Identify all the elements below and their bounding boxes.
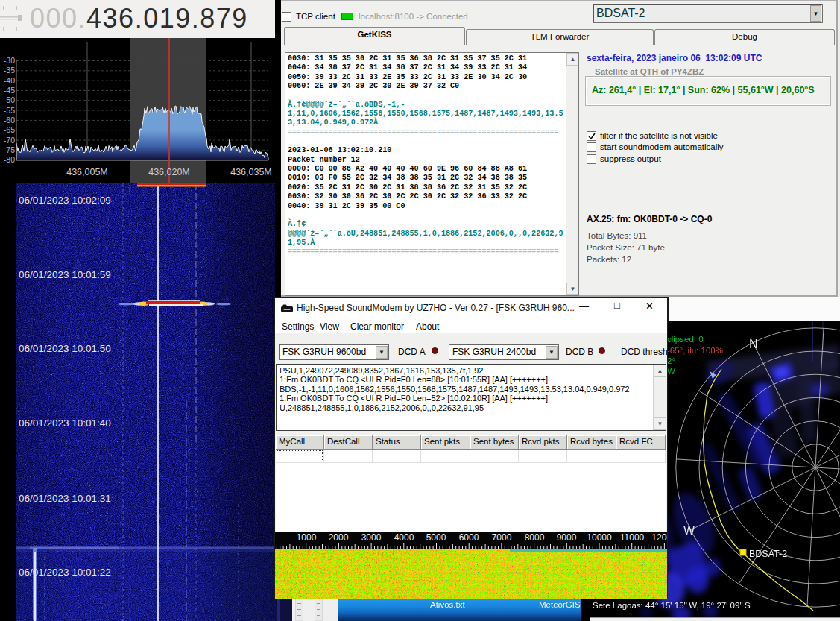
svg-text:-45: -45 (4, 86, 15, 95)
svg-text:12000: 12000 (651, 532, 667, 543)
svg-text:10000: 10000 (587, 532, 612, 543)
svg-text:5000: 5000 (426, 532, 446, 543)
svg-text:2000: 2000 (329, 532, 349, 543)
svg-text:436,005M: 436,005M (66, 167, 108, 177)
svg-text:N: N (749, 338, 758, 350)
svg-text:436,035M: 436,035M (230, 167, 272, 177)
svg-text:-75: -75 (4, 145, 15, 154)
svg-text:2°: 2° (667, 356, 675, 365)
svg-text:-65: -65 (4, 125, 15, 134)
svg-text:-80: -80 (4, 155, 15, 164)
svg-text:W: W (667, 367, 675, 376)
svg-text:-65°, ilu: 100%: -65°, ilu: 100% (667, 346, 723, 355)
svg-text:-60: -60 (4, 116, 15, 124)
svg-text:-55: -55 (4, 106, 15, 115)
svg-text:11000: 11000 (620, 532, 645, 543)
svg-text:clipsed: 0: clipsed: 0 (667, 335, 704, 344)
svg-text:3000: 3000 (361, 532, 382, 543)
svg-text:-70: -70 (4, 136, 15, 145)
svg-text:-30: -30 (4, 56, 15, 65)
svg-text:8000: 8000 (525, 532, 545, 543)
svg-text:436,020M: 436,020M (148, 167, 190, 177)
svg-text:6000: 6000 (459, 532, 479, 543)
svg-text:-40: -40 (4, 76, 15, 85)
svg-text:9000: 9000 (557, 532, 577, 543)
svg-text:BDSAT-2: BDSAT-2 (749, 549, 787, 559)
svg-text:1000: 1000 (297, 532, 317, 543)
svg-text:W: W (683, 524, 695, 537)
svg-text:7000: 7000 (492, 532, 512, 543)
svg-text:-50: -50 (4, 95, 15, 104)
svg-text:-35: -35 (4, 66, 15, 75)
svg-text:4000: 4000 (394, 532, 414, 543)
